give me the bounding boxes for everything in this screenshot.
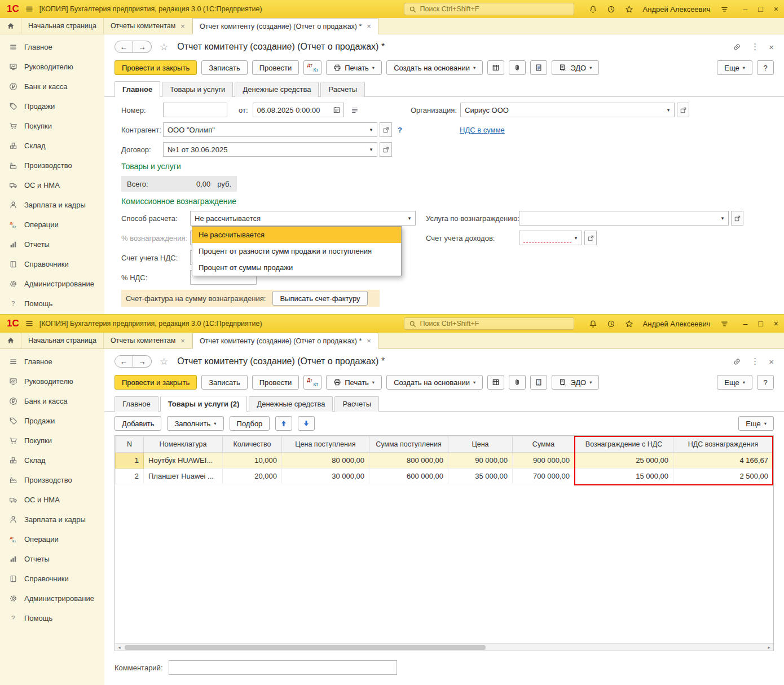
history-icon[interactable] [607,320,615,328]
tab-report-document[interactable]: Отчет комитенту (создание) (Отчет о прод… [192,18,378,34]
sidebar-item-help[interactable]: Помощь [0,294,104,313]
sidebar-item-salary-hr[interactable]: Зарплата и кадры [0,510,104,529]
user-menu[interactable]: Андрей Алексеевич [643,320,711,328]
tab-goods-services[interactable]: Товары и услуги [162,82,233,97]
close-form-icon[interactable]: × [769,42,774,52]
tab-cash[interactable]: Денежные средства [249,396,333,412]
dropdown-option[interactable]: Процент от разности сумм продажи и посту… [192,243,401,259]
open-reward-service-button[interactable] [731,211,743,226]
sidebar-item-warehouse[interactable]: Склад [0,450,104,470]
number-input[interactable] [163,103,227,117]
main-menu-icon[interactable] [25,5,34,14]
forward-button[interactable]: → [133,355,152,368]
chevron-down-icon[interactable]: ▾ [664,107,673,113]
sidebar-item-bank-cash[interactable]: Банк и касса [0,77,104,96]
cell-receipt-price[interactable]: 80 000,00 [282,453,369,469]
close-window-icon[interactable]: × [774,319,778,328]
document-journal-button[interactable] [530,375,547,390]
home-tab[interactable] [0,18,21,34]
add-row-button[interactable]: Добавить [114,416,161,431]
cell-quantity[interactable]: 10,000 [223,453,282,469]
cell-reward-with-vat[interactable]: 15 000,00 [575,469,673,484]
sidebar-item-purchases[interactable]: Покупки [0,431,104,450]
tab-goods-services[interactable]: Товары и услуги (2) [160,396,248,412]
tab-reports-list[interactable]: Отчеты комитентам× [104,333,192,348]
scrollbar-thumb[interactable] [125,645,486,650]
get-link-icon[interactable] [733,43,741,51]
close-tab-icon[interactable]: × [367,337,371,345]
scroll-left-icon[interactable]: ◂ [115,645,124,650]
calendar-icon[interactable] [331,106,342,114]
help-button[interactable]: ? [757,60,774,75]
table-row[interactable]: 2 Планшет Huawei ... 20,000 30 000,00 60… [116,469,773,484]
tab-cash[interactable]: Денежные средства [235,82,319,97]
report-structure-button[interactable] [487,375,504,390]
dtkt-postings-button[interactable]: ДтКт [303,375,321,390]
cell-sum[interactable]: 700 000,00 [513,469,575,484]
sidebar-item-administration[interactable]: Администрирование [0,274,104,294]
chevron-down-icon[interactable]: ▾ [367,147,376,152]
notifications-icon[interactable] [589,5,597,14]
get-link-icon[interactable] [733,357,741,366]
close-form-icon[interactable]: × [769,357,774,366]
sidebar-item-administration[interactable]: Администрирование [0,589,104,608]
chevron-down-icon[interactable]: ▾ [718,215,727,221]
cell-reward-with-vat[interactable]: 25 000,00 [575,453,673,469]
pick-button[interactable]: Подбор [230,416,270,431]
sidebar-item-manager[interactable]: Руководителю [0,57,104,77]
cell-receipt-price[interactable]: 30 000,00 [282,469,369,484]
sidebar-item-directories[interactable]: Справочники [0,569,104,589]
cell-nomenclature[interactable]: Ноутбук HUAWEI... [144,453,223,469]
maximize-icon[interactable]: □ [758,5,763,14]
post-button[interactable]: Провести [252,60,299,75]
dropdown-option[interactable]: Не рассчитывается [192,227,401,243]
cell-price[interactable]: 35 000,00 [448,469,513,484]
attachments-button[interactable] [509,60,526,75]
service-menu-icon[interactable] [720,320,729,328]
cell-reward-vat[interactable]: 2 500,00 [673,469,773,484]
save-button[interactable]: Записать [201,60,248,75]
cell-n[interactable]: 1 [116,453,144,469]
table-more-button[interactable]: Еще▾ [738,416,774,431]
home-tab[interactable] [0,333,21,348]
sidebar-item-sales[interactable]: Продажи [0,411,104,431]
cell-quantity[interactable]: 20,000 [223,469,282,484]
move-up-button[interactable] [275,416,292,431]
tab-settlements[interactable]: Расчеты [320,82,365,97]
sidebar-item-main[interactable]: Главное [0,352,104,372]
fill-button[interactable]: Заполнить▾ [167,416,223,431]
open-organization-button[interactable] [677,103,689,117]
col-header-reward-with-vat[interactable]: Вознаграждение с НДС [575,436,673,453]
more-dots-icon[interactable]: ⋮ [751,356,759,366]
col-header-receipt-price[interactable]: Цена поступления [282,436,369,453]
close-tab-icon[interactable]: × [180,337,185,345]
tab-reports-list[interactable]: Отчеты комитентам× [104,18,192,34]
sidebar-item-reports[interactable]: Отчеты [0,549,104,569]
tab-main[interactable]: Главное [114,81,160,97]
sidebar-item-warehouse[interactable]: Склад [0,136,104,156]
maximize-icon[interactable]: □ [758,319,763,328]
global-search-input[interactable]: Поиск Ctrl+Shift+F [404,317,574,330]
comment-input[interactable] [169,660,397,675]
global-search-input[interactable]: Поиск Ctrl+Shift+F [404,3,574,15]
open-income-account-button[interactable] [584,231,597,245]
report-structure-button[interactable] [487,60,504,75]
more-button[interactable]: Еще▾ [717,375,752,390]
reward-service-select[interactable]: ▾ [519,211,729,226]
col-header-nomenclature[interactable]: Номенклатура [144,436,223,453]
main-menu-icon[interactable] [25,319,34,328]
edo-button[interactable]: ЭДО▾ [552,60,599,75]
more-button[interactable]: Еще▾ [717,60,752,75]
favorite-star-icon[interactable]: ☆ [160,41,168,53]
document-journal-button[interactable] [530,60,547,75]
service-menu-icon[interactable] [720,5,729,14]
sidebar-item-salary-hr[interactable]: Зарплата и кадры [0,195,104,215]
close-tab-icon[interactable]: × [180,22,185,30]
col-header-reward-vat[interactable]: НДС вознаграждения [673,436,773,453]
print-button[interactable]: Печать▾ [326,60,382,75]
sidebar-item-manager[interactable]: Руководителю [0,372,104,391]
calc-method-select[interactable]: Не рассчитывается ▾ [190,211,416,226]
sidebar-item-fixed-assets[interactable]: ОС и НМА [0,490,104,510]
sidebar-item-bank-cash[interactable]: Банк и касса [0,391,104,411]
sidebar-item-purchases[interactable]: Покупки [0,116,104,136]
